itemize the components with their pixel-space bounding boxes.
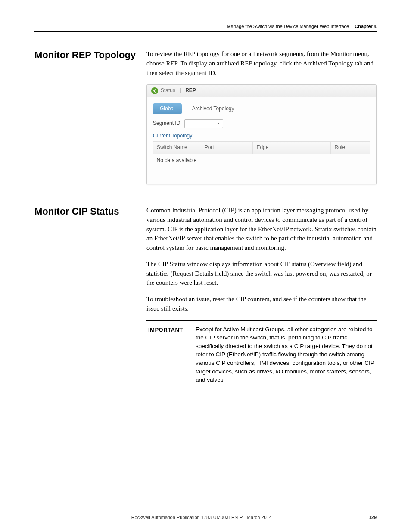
cip-paragraph-2: The CIP Status window displays informati… [146,260,377,288]
rep-intro-paragraph: To review the REP topology for one or al… [146,50,377,78]
col-edge[interactable]: Edge [253,142,331,154]
cip-paragraph-3: To troubleshoot an issue, reset the CIP … [146,295,377,314]
panel-body: Global Archived Topology Segment ID: Cur… [147,97,376,184]
breadcrumb-current: REP [185,87,196,94]
header-chapter: Chapter 4 [355,24,377,29]
cip-paragraph-1: Common Industrial Protocol (CIP) is an a… [146,206,377,253]
section-monitor-rep: Monitor REP Topology To review the REP t… [34,50,377,184]
chevron-down-icon [218,122,221,125]
section-monitor-cip: Monitor CIP Status Common Industrial Pro… [34,206,377,389]
topology-table: Switch Name Port Edge Role No data avail… [153,141,370,167]
segment-id-label: Segment ID: [153,120,182,127]
section-heading-cip: Monitor CIP Status [34,206,146,389]
breadcrumb-separator: | [180,87,181,94]
tab-archived-topology[interactable]: Archived Topology [185,103,241,114]
col-switch-name[interactable]: Switch Name [153,142,201,154]
col-role[interactable]: Role [331,142,370,154]
running-header: Manage the Switch via the Device Manager… [34,24,377,31]
publication-id: Rockwell Automation Publication 1783-UM0… [131,515,272,520]
no-data-cell: No data available [153,154,370,167]
page-footer: Rockwell Automation Publication 1783-UM0… [34,515,377,520]
section-heading-rep: Monitor REP Topology [34,50,146,184]
table-row: No data available [153,154,370,167]
tab-global[interactable]: Global [153,103,182,114]
segment-id-row: Segment ID: [153,119,370,128]
tabs: Global Archived Topology [153,103,370,114]
page-number: 129 [369,515,377,520]
header-rule [34,31,377,32]
important-note: IMPORTANT Except for Active Multicast Gr… [146,320,377,389]
col-port[interactable]: Port [201,142,253,154]
header-title: Manage the Switch via the Device Manager… [227,24,349,29]
segment-id-select[interactable] [184,119,223,128]
breadcrumb-status[interactable]: Status [161,87,175,94]
back-icon[interactable] [151,87,158,94]
section-body-rep: To review the REP topology for one or al… [146,50,377,184]
table-header-row: Switch Name Port Edge Role [153,142,370,154]
status-rep-panel: Status | REP Global Archived Topology Se… [146,84,377,184]
important-label: IMPORTANT [148,325,196,384]
current-topology-label: Current Topology [153,132,370,140]
important-text: Except for Active Multicast Groups, all … [196,325,375,384]
section-body-cip: Common Industrial Protocol (CIP) is an a… [146,206,377,389]
panel-header: Status | REP [147,85,376,97]
